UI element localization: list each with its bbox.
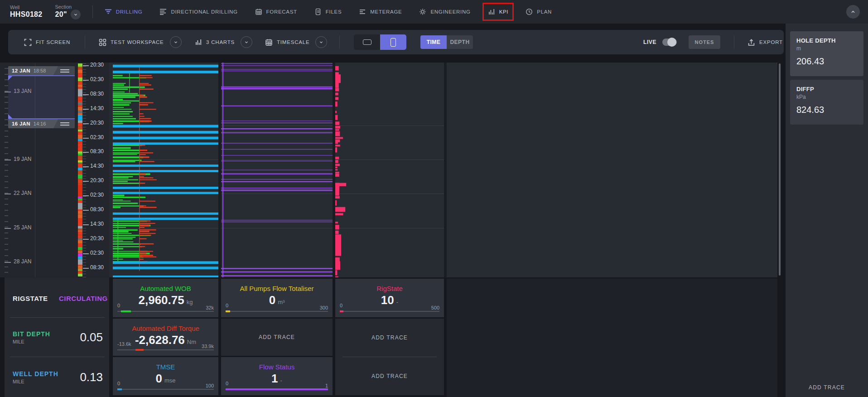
hole-depth-card: HOLE DEPTH m 206.43 xyxy=(790,31,863,76)
drilling-dashboard: Well HHS0182 Section 20" DRILLING DIRECT… xyxy=(0,0,868,397)
live-toggle[interactable] xyxy=(662,39,677,46)
stats-column: RIGSTATE CIRCULATING BIT DEPTH MILE 0.05… xyxy=(5,279,109,397)
tab-kpi[interactable]: KPI xyxy=(488,8,509,15)
calendar-icon xyxy=(255,8,262,15)
flow-status-value-panel[interactable]: Flow Status 1- 0 1 xyxy=(221,357,333,395)
rigstate-row: RIGSTATE CIRCULATING xyxy=(5,279,109,317)
tab-plan[interactable]: PLAN xyxy=(526,8,552,15)
flow-totaliser-chart[interactable] xyxy=(221,63,333,277)
rigstate-color-strip xyxy=(78,63,82,276)
tab-directional-drilling[interactable]: DIRECTIONAL DRILLING xyxy=(159,8,237,15)
workspace-chevron-down-icon[interactable] xyxy=(170,36,182,48)
diffp-card: DIFFP kPa 824.63 xyxy=(790,80,863,125)
time-depth-toggle: TIME DEPTH xyxy=(420,35,473,49)
chart-gap xyxy=(444,63,447,277)
flow-totaliser-value-panel[interactable]: All Pumps Flow Totaliser 0m³ 0 300 xyxy=(221,279,333,317)
timescale-selector[interactable]: TIMESCALE xyxy=(265,30,327,54)
nav-divider xyxy=(92,5,93,18)
value-marker xyxy=(121,310,131,312)
toolbar-divider xyxy=(339,36,340,48)
right-sidebar: HOLE DEPTH m 206.43 DIFFP kPa 824.63 ADD… xyxy=(786,24,868,397)
toggle-knob xyxy=(667,38,676,47)
selection-marker-icon xyxy=(8,76,12,80)
selection-marker-icon xyxy=(8,114,12,118)
file-icon xyxy=(314,8,322,15)
section-value: 20" xyxy=(55,10,67,19)
toolbar: FIT SCREEN TEST WORKSPACE 3 CHARTS TIMES… xyxy=(8,30,784,54)
add-trace-button[interactable]: ADD TRACE xyxy=(335,357,444,395)
divider xyxy=(5,278,109,278)
value-marker xyxy=(226,388,328,390)
tab-drilling[interactable]: DRILLING xyxy=(105,8,143,15)
tab-forecast[interactable]: FORECAST xyxy=(255,8,297,15)
tab-meterage[interactable]: METERAGE xyxy=(359,8,402,15)
gear-icon xyxy=(419,8,426,15)
charts-bars-icon xyxy=(195,39,202,46)
value-marker xyxy=(340,310,343,312)
drag-handle-icon xyxy=(60,122,69,127)
charts-selector[interactable]: 3 CHARTS xyxy=(195,30,252,54)
top-navbar: Well HHS0182 Section 20" DRILLING DIRECT… xyxy=(0,0,868,24)
fit-screen-icon xyxy=(24,39,32,46)
rigstate-value: CIRCULATING xyxy=(59,294,108,302)
meterage-icon xyxy=(359,8,366,15)
rigstate-chart[interactable] xyxy=(335,63,444,277)
time-axis: 20:3002:3008:3014:3020:3002:3008:3014:30… xyxy=(83,63,109,277)
clock-icon xyxy=(526,8,533,15)
portrait-icon xyxy=(391,38,396,47)
value-marker xyxy=(226,310,230,312)
add-trace-panel: ADD TRACE ADD TRACE xyxy=(335,319,444,395)
toolbar-divider xyxy=(734,36,734,48)
section-label: Section xyxy=(55,4,80,10)
chart-gap xyxy=(333,63,335,277)
landscape-orientation-button[interactable] xyxy=(354,34,380,50)
live-control: LIVE xyxy=(643,30,677,54)
tab-files[interactable]: FILES xyxy=(314,8,342,15)
well-selector: Well HHS0182 xyxy=(10,5,42,19)
timescale-calendar-icon xyxy=(265,39,273,46)
workspace-selector[interactable]: TEST WORKSPACE xyxy=(99,30,182,54)
export-upload-icon xyxy=(747,39,755,46)
add-trace-button[interactable]: ADD TRACE xyxy=(221,319,333,356)
bit-depth-value: 0.05 xyxy=(80,330,103,344)
tab-engineering[interactable]: ENGINEERING xyxy=(419,8,470,15)
tmse-value-panel[interactable]: TMSE 0mse 0 100 xyxy=(113,357,218,395)
export-button[interactable]: EXPORT xyxy=(747,30,783,54)
add-trace-button[interactable]: ADD TRACE xyxy=(335,319,444,357)
bar-chart-icon xyxy=(488,8,495,15)
well-value: HHS0182 xyxy=(10,10,42,19)
orientation-toggle xyxy=(354,34,406,50)
directional-drilling-icon xyxy=(159,8,167,15)
value-marker xyxy=(117,388,122,390)
bit-depth-row: BIT DEPTH MILE 0.05 xyxy=(5,317,109,357)
rigstate-label: RIGSTATE xyxy=(13,294,48,302)
portrait-orientation-button[interactable] xyxy=(380,34,406,50)
value-marker xyxy=(135,349,144,351)
section-chevron-down-icon[interactable] xyxy=(71,10,81,19)
well-depth-label: WELL DEPTH xyxy=(13,370,58,377)
nav-tabs: DRILLING DIRECTIONAL DRILLING FORECAST F… xyxy=(105,8,552,15)
range-end-handle[interactable]: 16 JAN 14:16 xyxy=(8,119,75,128)
fit-screen-button[interactable]: FIT SCREEN xyxy=(24,30,70,54)
torque-value-panel[interactable]: Automated Diff Torque -2,628.76Nm -13.6k… xyxy=(113,319,218,356)
sidebar-add-trace-button[interactable]: ADD TRACE xyxy=(786,384,868,391)
chart-gap xyxy=(218,63,221,277)
depth-mode-button[interactable]: DEPTH xyxy=(447,35,473,49)
time-range-selection[interactable] xyxy=(8,75,75,119)
wob-torque-chart[interactable] xyxy=(113,63,218,277)
charts-chevron-down-icon[interactable] xyxy=(241,36,252,48)
notes-button[interactable]: NOTES xyxy=(689,35,720,49)
live-label: LIVE xyxy=(643,39,656,45)
workspace-grid-icon xyxy=(99,39,106,46)
rigstate-value-panel[interactable]: RigState 10- 0 500 xyxy=(335,279,444,317)
drilling-icon xyxy=(105,8,112,15)
range-start-handle[interactable]: 12 JAN 18:58 xyxy=(8,66,75,75)
time-mode-button[interactable]: TIME xyxy=(420,35,447,49)
section-selector[interactable]: Section 20" xyxy=(55,4,80,20)
toolbar-divider xyxy=(85,36,85,48)
collapse-chevron-up-button[interactable] xyxy=(846,5,860,19)
drag-handle-icon xyxy=(60,69,69,74)
timescale-chevron-down-icon[interactable] xyxy=(315,36,327,48)
vertical-scrollbar[interactable] xyxy=(779,63,781,276)
wob-value-panel[interactable]: Automated WOB 2,960.75kg 0 32k xyxy=(113,279,218,317)
